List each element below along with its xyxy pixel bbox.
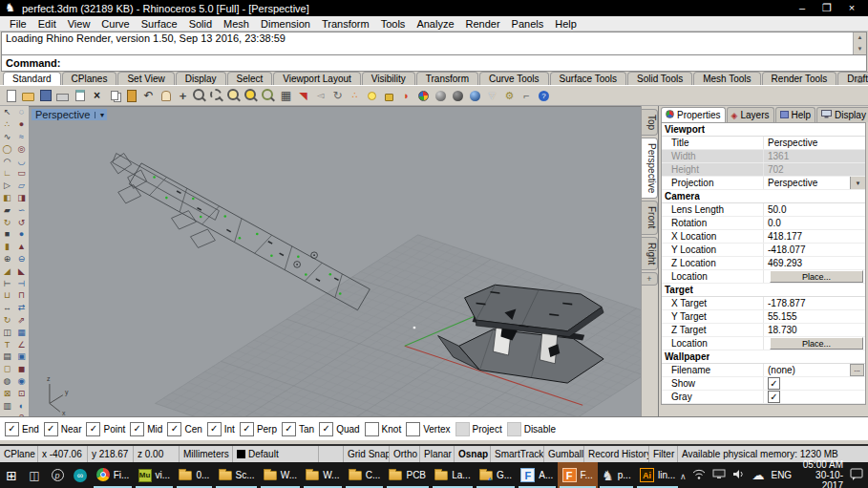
viewport-tab-front[interactable]: Front: [642, 201, 658, 234]
open-folder-icon[interactable]: [20, 88, 36, 104]
viewport-tab-top[interactable]: Top: [642, 109, 658, 136]
tab-standard[interactable]: Standard: [3, 72, 61, 85]
cen-checkbox[interactable]: ✓: [167, 422, 181, 436]
arc-tool-icon[interactable]: ◠: [0, 155, 14, 167]
tab-cplanes[interactable]: CPlanes: [62, 72, 117, 85]
trim-tool-icon[interactable]: ⊢: [0, 277, 14, 289]
tab-viewport-layout[interactable]: Viewport Layout: [273, 72, 361, 85]
panel-tab-help[interactable]: Help: [775, 107, 816, 122]
property-value[interactable]: -178.877: [763, 297, 865, 309]
place-camera-button[interactable]: Place...: [770, 270, 863, 283]
int-checkbox[interactable]: ✓: [207, 422, 222, 436]
new-file-icon[interactable]: [3, 88, 19, 104]
menu-render[interactable]: Render: [460, 18, 506, 30]
menu-curve[interactable]: Curve: [95, 18, 135, 30]
osnap-project[interactable]: ✓Project: [455, 422, 502, 436]
explode-tool-icon[interactable]: ⊓: [14, 289, 29, 302]
status-planar[interactable]: Planar: [420, 446, 455, 462]
sweep-tool-icon[interactable]: ∽: [14, 203, 29, 216]
select-arrow-tool-icon[interactable]: ↖: [0, 106, 14, 118]
taskbar-item-processing[interactable]: p: [46, 462, 69, 488]
padlock-icon[interactable]: [381, 88, 397, 104]
history-scrollbar[interactable]: ▲▼: [853, 32, 866, 54]
block-tool-icon[interactable]: ▣: [14, 350, 29, 363]
menu-mesh[interactable]: Mesh: [218, 18, 255, 30]
taskbar-item-arduino[interactable]: ∞: [69, 462, 92, 488]
taskbar-item-rhino-file-16[interactable]: ♞p...: [598, 462, 636, 488]
pan-hand-icon[interactable]: [158, 88, 174, 104]
minimize-button[interactable]: –: [790, 2, 815, 14]
tab-solid-tools[interactable]: Solid Tools: [627, 72, 692, 85]
gears-icon[interactable]: ⚙: [501, 88, 518, 104]
taskbar-item-task-view[interactable]: ◫: [23, 462, 46, 488]
menu-solid[interactable]: Solid: [183, 18, 218, 30]
property-value[interactable]: 18.730: [763, 324, 865, 336]
property-value[interactable]: Perspective: [763, 137, 865, 149]
taskbar-item-folder-9[interactable]: W...: [302, 462, 344, 488]
render-wheel-icon[interactable]: [415, 88, 432, 104]
osnap-cen[interactable]: ✓Cen: [167, 422, 201, 436]
delete-x-icon[interactable]: ×: [89, 88, 105, 104]
taskbar-clock[interactable]: 05:00 AM30-10-2017: [798, 459, 843, 488]
red-fin-icon[interactable]: ◥: [295, 88, 311, 104]
save-floppy-icon[interactable]: [37, 88, 53, 104]
join-tool-icon[interactable]: ⊔: [0, 289, 14, 302]
quad-checkbox[interactable]: ✓: [319, 422, 333, 436]
place-camera-button[interactable]: Place...: [770, 337, 863, 350]
panel-tab-display[interactable]: Display: [816, 107, 868, 122]
tray-cloud-icon[interactable]: ☁: [752, 469, 764, 481]
mirror-tool-icon[interactable]: ◫: [0, 326, 14, 338]
scale-tool-icon[interactable]: ⇗: [14, 314, 29, 327]
osnap-perp[interactable]: ✓Perp: [240, 422, 277, 436]
taskbar-item-windows-start[interactable]: ⊞: [0, 462, 23, 488]
show-checkbox[interactable]: ✓: [768, 377, 780, 390]
menu-edit[interactable]: Edit: [32, 18, 62, 30]
menu-panels[interactable]: Panels: [506, 18, 550, 30]
dark-sphere-icon[interactable]: [433, 88, 449, 104]
menu-dimension[interactable]: Dimension: [255, 18, 316, 30]
extrude-tool-icon[interactable]: ▰: [0, 203, 14, 216]
tab-mesh-tools[interactable]: Mesh Tools: [693, 72, 760, 85]
knot-checkbox[interactable]: ✓: [365, 422, 379, 436]
taskbar-item-folder-sync-13[interactable]: G...: [475, 462, 516, 488]
chevron-down-icon[interactable]: ▼: [850, 177, 865, 189]
tray-display-icon[interactable]: [712, 469, 726, 481]
status-osnap[interactable]: Osnap: [455, 446, 491, 462]
tray-wifi-icon[interactable]: [692, 469, 706, 482]
cylinder-tool-icon[interactable]: ▮: [0, 241, 14, 253]
red-yellow-fin-icon[interactable]: ◗: [398, 88, 414, 104]
perspective-viewport[interactable]: Perspective ▼ zyx: [29, 106, 641, 416]
zoom-dynamic-icon[interactable]: [192, 88, 208, 104]
split-tool-icon[interactable]: ⊣: [14, 277, 29, 289]
viewport-tab-new[interactable]: +: [642, 272, 658, 286]
move-tool-icon[interactable]: ↔: [0, 302, 14, 314]
curve-tool-icon[interactable]: ∿: [0, 131, 14, 143]
status-ortho[interactable]: Ortho: [390, 446, 420, 462]
sphere-tool-icon[interactable]: ●: [14, 228, 29, 241]
rail-revolve-tool-icon[interactable]: ↺: [14, 216, 29, 228]
undo-arrow-icon[interactable]: ↶: [140, 88, 157, 104]
tab-visibility[interactable]: Visibility: [362, 72, 415, 85]
boolean-union-tool-icon[interactable]: ⊕: [0, 253, 14, 265]
copy-tool-icon[interactable]: ⇄: [14, 302, 29, 314]
copy-page-icon[interactable]: [72, 88, 88, 104]
tan-checkbox[interactable]: ✓: [282, 422, 296, 436]
taskbar-item-folder-6[interactable]: 0...: [175, 462, 214, 488]
command-line[interactable]: Command:: [1, 55, 867, 72]
osnap-mid[interactable]: ✓Mid: [130, 422, 162, 436]
osnap-near[interactable]: ✓Near: [44, 422, 82, 436]
close-button[interactable]: ×: [839, 2, 864, 14]
dimension-tool-icon[interactable]: ∠: [14, 338, 29, 350]
zoom-extents-icon[interactable]: [226, 88, 243, 104]
tab-surface-tools[interactable]: Surface Tools: [550, 72, 626, 85]
copy-duplicate-icon[interactable]: [106, 88, 122, 104]
osnap-vertex[interactable]: ✓Vertex: [406, 422, 450, 436]
paste-clipboard-icon[interactable]: [123, 88, 139, 104]
taskbar-item-folder-10[interactable]: C...: [344, 462, 385, 488]
zoom-selected-icon[interactable]: [243, 88, 260, 104]
osnap-int[interactable]: ✓Int: [207, 422, 235, 436]
polyline-tool-icon[interactable]: ∟: [0, 167, 14, 180]
point-tool-icon[interactable]: ●: [14, 118, 29, 131]
surface-loft-tool-icon[interactable]: ◨: [14, 192, 29, 204]
viewport-title-menu[interactable]: Perspective ▼: [32, 109, 107, 120]
